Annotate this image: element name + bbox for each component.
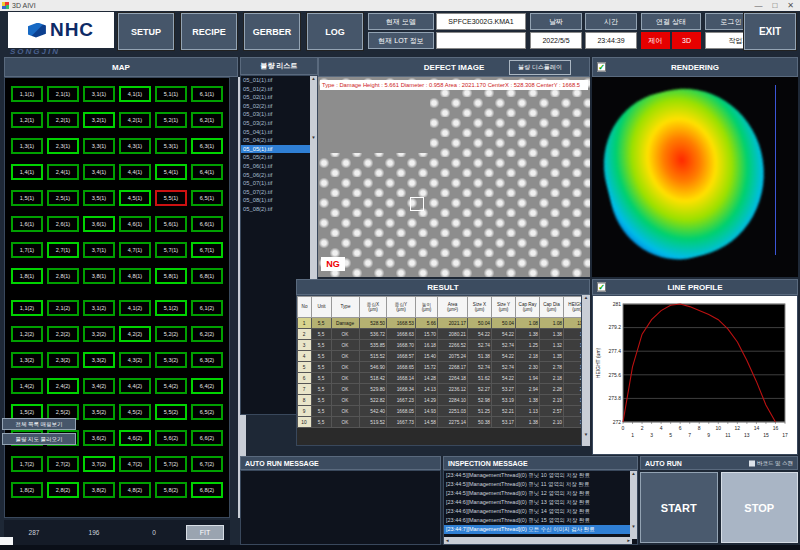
defect-image-view[interactable]: Type : Damage Height : 5.661 Diameter : …	[318, 77, 590, 277]
maximize-icon[interactable]: □	[772, 1, 777, 10]
map-cell[interactable]: 6,1(2)	[191, 300, 223, 316]
map-cell[interactable]: 4,2(2)	[119, 326, 151, 342]
map-cell[interactable]: 2,8(1)	[47, 268, 79, 284]
auto-run-option[interactable]: 바코드 및 스캔	[749, 460, 793, 467]
map-cell[interactable]: 5,5(2)	[155, 404, 187, 420]
line-profile-checkbox[interactable]: ✓	[597, 283, 606, 292]
map-cell[interactable]: 1,8(2)	[11, 482, 43, 498]
map-cell[interactable]: 4,7(1)	[119, 242, 151, 258]
map-cell[interactable]: 3,3(2)	[83, 352, 115, 368]
map-cell[interactable]: 6,7(1)	[191, 242, 223, 258]
defect-display-button[interactable]: 불량 디스플레이	[509, 60, 571, 75]
map-cell[interactable]: 1,8(1)	[11, 268, 43, 284]
map-cell[interactable]: 6,8(1)	[191, 268, 223, 284]
map-cell[interactable]: 3,6(2)	[83, 430, 115, 446]
map-cell[interactable]: 6,2(2)	[191, 326, 223, 342]
map-cell[interactable]: 3,3(1)	[83, 138, 115, 154]
map-cell[interactable]: 1,7(2)	[11, 456, 43, 472]
map-cell[interactable]: 5,4(2)	[155, 378, 187, 394]
map-cell[interactable]: 2,5(1)	[47, 190, 79, 206]
defect-file-item[interactable]: 05_07(2).tif	[241, 188, 317, 197]
inspection-vscrollbar[interactable]: ▲▼	[630, 471, 637, 539]
map-cell[interactable]: 4,2(1)	[119, 112, 151, 128]
map-cell[interactable]: 2,1(1)	[47, 86, 79, 102]
defect-file-item[interactable]: 05_06(2).tif	[241, 171, 317, 180]
result-row[interactable]: 35,5OK535.851668.7016.182266.5252.7452.7…	[298, 340, 583, 351]
result-row[interactable]: 65,5OK518.421668.1414.282264.1851.6254.2…	[298, 373, 583, 384]
map-cell[interactable]: 4,4(1)	[119, 164, 151, 180]
map-cell[interactable]: 1,5(1)	[11, 190, 43, 206]
map-cell[interactable]: 2,3(1)	[47, 138, 79, 154]
map-cell[interactable]: 4,3(1)	[119, 138, 151, 154]
rendering-checkbox[interactable]: ✓	[597, 63, 606, 72]
map-cell[interactable]: 3,1(2)	[83, 300, 115, 316]
defect-file-item[interactable]: 05_03(1).tif	[241, 110, 317, 119]
map-cell[interactable]: 2,6(1)	[47, 216, 79, 232]
map-cell[interactable]: 6,6(1)	[191, 216, 223, 232]
map-cell[interactable]: 1,3(2)	[11, 352, 43, 368]
map-cell[interactable]: 3,5(2)	[83, 404, 115, 420]
map-cell[interactable]: 6,5(1)	[191, 190, 223, 206]
map-cell[interactable]: 6,1(1)	[191, 86, 223, 102]
result-row[interactable]: 15,5Damage528.501668.535.662021.1750.045…	[298, 318, 583, 329]
map-cell[interactable]: 2,7(1)	[47, 242, 79, 258]
recipe-button[interactable]: RECIPE	[181, 13, 237, 50]
map-cell[interactable]: 6,8(2)	[191, 482, 223, 498]
map-cell[interactable]: 3,4(2)	[83, 378, 115, 394]
map-cell[interactable]: 6,4(1)	[191, 164, 223, 180]
map-cell[interactable]: 3,1(1)	[83, 86, 115, 102]
defect-file-item[interactable]: 05_08(1).tif	[241, 196, 317, 205]
map-cell[interactable]: 1,2(2)	[11, 326, 43, 342]
map-cell[interactable]: 2,7(2)	[47, 456, 79, 472]
defect-file-item[interactable]: 05_08(2).tif	[241, 205, 317, 214]
map-cell[interactable]: 4,5(1)	[119, 190, 151, 206]
map-cell[interactable]: 1,4(2)	[11, 378, 43, 394]
map-cell[interactable]: 2,1(2)	[47, 300, 79, 316]
map-cell[interactable]: 5,2(2)	[155, 326, 187, 342]
map-cell[interactable]: 6,7(2)	[191, 456, 223, 472]
exit-button[interactable]: EXIT	[744, 13, 796, 50]
defect-file-item[interactable]: 05_06(1).tif	[241, 162, 317, 171]
log-button[interactable]: LOG	[307, 13, 363, 50]
map-cell[interactable]: 4,6(1)	[119, 216, 151, 232]
map-cell[interactable]: 2,4(2)	[47, 378, 79, 394]
map-cell[interactable]: 5,6(1)	[155, 216, 187, 232]
list-mapping-button[interactable]: 전체 목록 매핑보기	[2, 418, 76, 430]
defect-file-item[interactable]: 05_04(1).tif	[241, 128, 317, 137]
map-cell[interactable]: 5,5(1)	[155, 190, 187, 206]
map-cell[interactable]: 5,4(1)	[155, 164, 187, 180]
map-cell[interactable]: 3,2(2)	[83, 326, 115, 342]
minimize-icon[interactable]: —	[754, 1, 762, 10]
inspection-hscrollbar[interactable]: ◄►	[444, 537, 632, 544]
defect-file-item[interactable]: 05_02(1).tif	[241, 93, 317, 102]
map-cell[interactable]: 4,8(1)	[119, 268, 151, 284]
result-row[interactable]: 95,5OK542.401668.0514.932251.0351.2552.2…	[298, 406, 583, 417]
map-cell[interactable]: 3,8(1)	[83, 268, 115, 284]
map-cell[interactable]: 6,3(2)	[191, 352, 223, 368]
result-row[interactable]: 25,5OK536.721668.6315.702080.2154.2254.2…	[298, 329, 583, 340]
map-cell[interactable]: 2,2(1)	[47, 112, 79, 128]
start-button[interactable]: START	[640, 472, 718, 543]
map-cell[interactable]: 2,8(2)	[47, 482, 79, 498]
map-cell[interactable]: 5,3(2)	[155, 352, 187, 368]
map-cell[interactable]: 4,5(2)	[119, 404, 151, 420]
map-cell[interactable]: 1,2(1)	[11, 112, 43, 128]
map-cell[interactable]: 3,7(2)	[83, 456, 115, 472]
defect-file-item[interactable]: 05_01(2).tif	[241, 85, 317, 94]
defect-file-item[interactable]: 05_01(1).tif	[241, 76, 317, 85]
map-cell[interactable]: 2,4(1)	[47, 164, 79, 180]
result-row[interactable]: 45,5OK515.521668.5715.402075.2451.3854.2…	[298, 351, 583, 362]
map-cell[interactable]: 5,3(1)	[155, 138, 187, 154]
map-cell[interactable]: 1,1(2)	[11, 300, 43, 316]
map-cell[interactable]: 2,2(2)	[47, 326, 79, 342]
map-cell[interactable]: 5,6(2)	[155, 430, 187, 446]
map-cell[interactable]: 1,1(1)	[11, 86, 43, 102]
map-cell[interactable]: 1,6(1)	[11, 216, 43, 232]
map-cell[interactable]: 3,7(1)	[83, 242, 115, 258]
defect-file-item[interactable]: 05_04(2).tif	[241, 136, 317, 145]
map-cell[interactable]: 5,8(1)	[155, 268, 187, 284]
result-row[interactable]: 55,5OK546.901668.6515.722268.1752.7452.7…	[298, 362, 583, 373]
map-cell[interactable]: 4,8(2)	[119, 482, 151, 498]
map-cell[interactable]: 5,1(2)	[155, 300, 187, 316]
defect-file-item[interactable]: 05_05(2).tif	[241, 153, 317, 162]
